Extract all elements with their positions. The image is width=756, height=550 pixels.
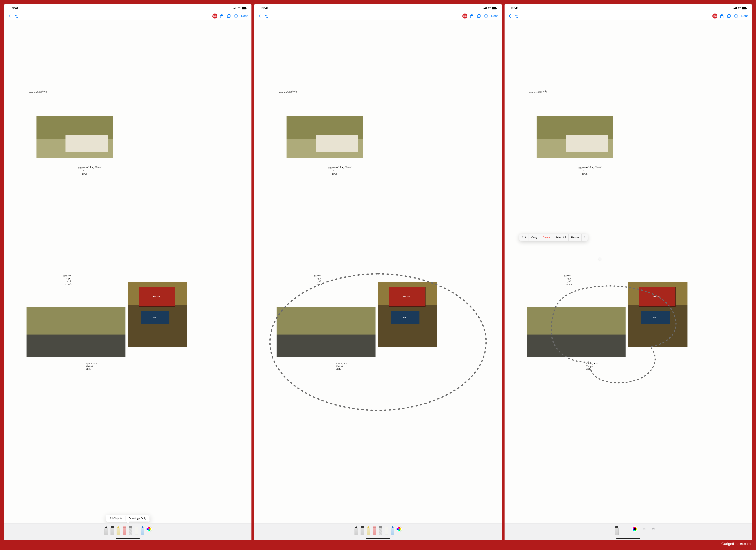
svg-rect-1 (234, 8, 235, 9)
photo-rv[interactable] (537, 116, 613, 158)
home-indicator (366, 538, 390, 539)
undo-button[interactable] (14, 13, 19, 19)
ctx-resize[interactable]: Resize (569, 234, 582, 241)
tool-ruler[interactable] (384, 526, 389, 537)
back-button[interactable] (507, 13, 512, 19)
home-indicator (116, 538, 140, 539)
share-button[interactable] (219, 13, 224, 19)
photo-town[interactable] (527, 307, 626, 357)
color-picker[interactable] (146, 526, 152, 532)
battery-icon (242, 7, 246, 9)
more-button[interactable] (483, 13, 489, 19)
svg-rect-24 (733, 9, 734, 9)
done-button[interactable]: Done (490, 14, 499, 18)
layers-front-button[interactable] (651, 526, 656, 532)
back-button[interactable] (7, 13, 12, 19)
svg-point-23 (487, 16, 487, 16)
undo-button[interactable] (514, 13, 519, 19)
nav-bar: GADGET HACKS Done (4, 12, 251, 20)
done-button[interactable]: Done (240, 14, 249, 18)
handwriting-1: was a school bldg (529, 90, 547, 94)
done-button[interactable]: Done (741, 14, 749, 18)
svg-point-9 (235, 16, 235, 16)
tool-marker[interactable] (360, 526, 364, 537)
freeform-canvas[interactable]: was a school bldg between Colony House +… (254, 20, 502, 523)
ctx-delete[interactable]: Delete (540, 234, 553, 241)
layers-back-button[interactable] (641, 526, 647, 532)
handwriting-2: between Colony House + Town (78, 165, 102, 176)
status-indicators (233, 7, 246, 9)
share-button[interactable] (719, 13, 725, 19)
svg-point-33 (735, 16, 736, 16)
svg-rect-17 (496, 8, 497, 9)
tool-pen[interactable] (354, 526, 358, 537)
handwriting-4: April 1, 2025 Visit set 01:45 (336, 362, 347, 370)
photo-town[interactable] (27, 307, 125, 357)
copy-button[interactable] (226, 13, 232, 19)
status-time: 09:41 (261, 6, 268, 10)
ctx-cut[interactable]: Cut (519, 234, 529, 241)
svg-rect-16 (492, 7, 496, 9)
photo-motel[interactable]: MOTEL POOL (378, 282, 437, 347)
more-button[interactable] (733, 13, 739, 19)
svg-rect-31 (728, 14, 731, 17)
photo-rv[interactable] (287, 116, 363, 158)
tool-selected[interactable] (615, 526, 619, 537)
status-indicators (733, 7, 747, 9)
tool-highlighter[interactable] (366, 526, 371, 537)
ctx-copy[interactable]: Copy (529, 234, 540, 241)
svg-rect-25 (734, 8, 735, 9)
freeform-canvas[interactable]: was a school bldg between Colony House +… (505, 20, 752, 523)
handwriting-2: between Colony House + Town (579, 165, 602, 176)
wifi-icon (237, 7, 241, 9)
back-button[interactable] (257, 13, 262, 19)
color-picker[interactable] (632, 526, 637, 532)
photo-rv[interactable] (36, 116, 113, 158)
svg-rect-26 (735, 7, 736, 9)
copy-button[interactable] (476, 13, 482, 19)
seg-drawings-only[interactable]: Drawings Only (126, 515, 149, 521)
color-picker[interactable] (397, 526, 402, 532)
drawing-toolbar (505, 523, 752, 540)
svg-rect-29 (746, 8, 747, 9)
gadget-hacks-badge: GADGET HACKS (462, 14, 467, 19)
copy-button[interactable] (726, 13, 732, 19)
tool-pencil[interactable]: 50 (140, 526, 145, 537)
pool-sign-text: POOL (391, 311, 419, 324)
svg-rect-4 (242, 7, 246, 9)
tool-ruler[interactable] (134, 526, 139, 537)
tool-pen[interactable] (104, 526, 108, 537)
photo-town[interactable] (277, 307, 376, 357)
tool-eraser[interactable] (372, 526, 377, 537)
handwriting-4: April 1, 2025 Visit set 01:45 (586, 362, 597, 370)
tool-marker[interactable] (110, 526, 114, 537)
photo-motel[interactable]: MOTEL POOL (628, 282, 687, 347)
svg-rect-15 (486, 7, 487, 9)
footer-credit: GadgetHacks.com (4, 540, 752, 546)
tool-pencil[interactable]: 50 (390, 526, 395, 537)
ctx-select-all[interactable]: Select All (553, 234, 569, 241)
handwriting-3: Includes - sign - pool - truck (313, 274, 322, 286)
svg-point-10 (236, 16, 236, 16)
tool-highlighter[interactable] (116, 526, 120, 537)
wifi-icon (738, 7, 741, 9)
gadget-hacks-badge: GADGET HACKS (212, 14, 217, 19)
svg-rect-7 (228, 14, 230, 17)
tool-lasso[interactable] (378, 526, 383, 537)
undo-button[interactable] (264, 13, 269, 19)
more-button[interactable] (233, 13, 239, 19)
battery-icon (742, 7, 747, 9)
tool-eraser[interactable] (122, 526, 127, 537)
status-bar: 09:41 (4, 4, 251, 12)
photo-motel[interactable]: MOTEL POOL (128, 282, 187, 347)
status-bar: 09:41 (254, 4, 502, 12)
freeform-canvas[interactable]: was a school bldg between Colony House +… (4, 20, 251, 523)
tool-lasso[interactable] (128, 526, 133, 537)
share-button[interactable] (469, 13, 474, 19)
status-time: 09:41 (511, 6, 519, 10)
drawing-toolbar: 50 (254, 523, 502, 540)
seg-all-objects[interactable]: All Objects (106, 515, 126, 521)
ctx-more-arrow[interactable] (582, 234, 588, 241)
handwriting-1: was a school bldg (279, 90, 297, 94)
wifi-icon (488, 7, 491, 9)
